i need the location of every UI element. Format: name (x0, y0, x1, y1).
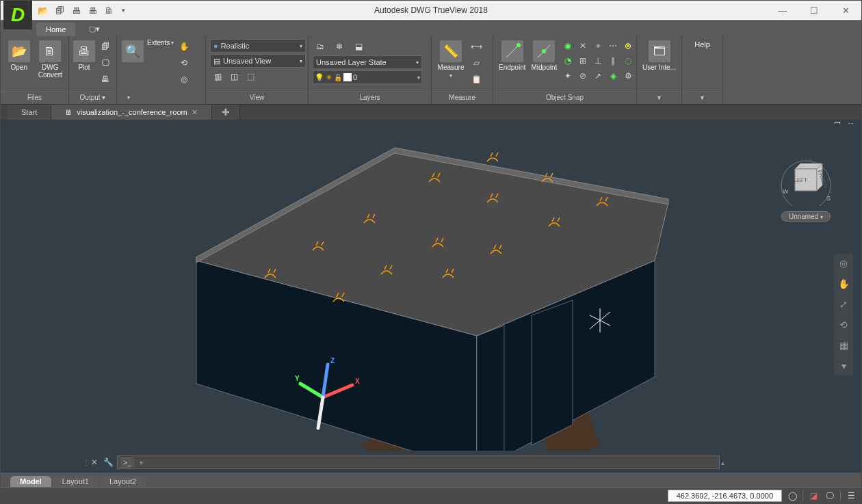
cmd-close-button[interactable]: ✕ (91, 457, 102, 467)
layer-properties-button[interactable]: 🗂 (313, 39, 328, 54)
area-button[interactable]: ▱ (469, 55, 484, 70)
midpoint-icon (533, 40, 555, 62)
layouttab-model[interactable]: Model (10, 476, 51, 487)
osnap-quadrant-button[interactable]: ◔ (561, 54, 575, 68)
panel-title-help[interactable]: ▾ (682, 92, 722, 104)
viewport-config-button[interactable]: ◫ (226, 69, 241, 84)
nav-orbit-button[interactable]: ⟲ (837, 318, 850, 332)
batch-plot-button[interactable]: 🗐 (98, 39, 113, 54)
osnap-perpendicular-button[interactable]: ⊥ (591, 54, 605, 68)
orbit-button[interactable]: ⟲ (177, 55, 192, 70)
sphere-icon: ● (213, 42, 218, 50)
svg-marker-8 (477, 326, 504, 451)
app-menu-button[interactable]: D (3, 1, 32, 29)
nav-zoom-button[interactable]: ⤢ (837, 297, 850, 311)
qat-plot-icon[interactable]: 🗐 (53, 3, 66, 17)
osnap-node-button[interactable]: ⊗ (621, 39, 635, 53)
pan-dropdown[interactable]: ▾ (121, 90, 136, 105)
qat-batch-plot-icon[interactable]: 🗎 (102, 3, 116, 17)
visual-style-dropdown[interactable]: ●Realistic ▾ (210, 39, 306, 53)
measure-button[interactable]: 📏 Measure ▾ (436, 39, 466, 81)
lock-icon: 🔓 (334, 74, 342, 81)
layer-state-dropdown[interactable]: Unsaved Layer State ▾ (313, 55, 422, 69)
cmd-customize-button[interactable]: 🔧 (103, 457, 116, 467)
filetab-start[interactable]: Start (8, 105, 51, 120)
svg-line-17 (323, 364, 328, 397)
pan-button[interactable]: ✋ (177, 39, 192, 54)
window-icon: 🗔 (649, 40, 670, 62)
qat-print-icon[interactable]: 🖶 (69, 3, 83, 17)
layouttab-layout1[interactable]: Layout1 (53, 476, 99, 487)
endpoint-button[interactable]: Endpoint (497, 39, 527, 72)
panel-title-view: View (206, 92, 308, 104)
osnap-tangent-button[interactable]: ◌ (621, 54, 635, 68)
nav-showmotion-button[interactable]: ▦ (837, 339, 850, 352)
qat-open-icon[interactable]: 📂 (36, 3, 50, 17)
osnap-parallel-button[interactable]: ∥ (606, 54, 620, 68)
status-model-button[interactable]: ◯ (786, 490, 798, 502)
svg-point-1 (517, 43, 521, 47)
ucs-icon: X Y Z (292, 356, 374, 438)
view-manager-button[interactable]: ▥ (210, 69, 225, 84)
plot-preview-button[interactable]: 🖵 (98, 55, 113, 70)
osnap-apparent-button[interactable]: ⌖ (591, 39, 605, 53)
filetab-active[interactable]: 🗎 visualization_-_conference_room ✕ (51, 105, 211, 120)
osnap-settings-button[interactable]: ⚙ (621, 69, 635, 83)
panel-output: 🖶 Plot 🗐 🖵 🖶 Output ▾ (69, 36, 117, 104)
navigation-bar: ◎ ✋ ⤢ ⟲ ▦ ▾ (834, 254, 853, 375)
layer-freeze-button[interactable]: ❄ (332, 39, 347, 54)
named-view-dropdown[interactable]: ▤Unsaved View ▾ (210, 54, 306, 68)
cmd-recent-icon[interactable]: ▴ (721, 459, 724, 466)
page-setup-button[interactable]: 🖶 (98, 72, 113, 87)
close-button[interactable]: ✕ (830, 1, 861, 20)
model-viewport[interactable]: X Y Z TOP LEFT FRONT W S Unnamed ▾ ◎ ✋ ⤢ (5, 124, 857, 451)
status-hardware-button[interactable]: 🖵 (824, 490, 836, 502)
dwg-convert-button[interactable]: 🗎 DWG Convert (36, 39, 65, 80)
list-button[interactable]: 📋 (469, 72, 484, 87)
viewcube[interactable]: TOP LEFT FRONT W S Unnamed ▾ (775, 151, 837, 226)
user-interface-button[interactable]: 🗔 User Inte... (641, 39, 677, 72)
help-button[interactable]: Help (694, 40, 710, 49)
current-layer-dropdown[interactable]: 💡 ☀ 🔓 0 ▾ (313, 70, 422, 84)
osnap-insert-button[interactable]: ⊞ (576, 54, 590, 68)
distance-button[interactable]: ⟷ (469, 39, 484, 54)
osnap-center-button[interactable]: ◉ (561, 39, 575, 53)
nav-pan-button[interactable]: ✋ (837, 277, 850, 291)
file-tabs: Start 🗎 visualization_-_conference_room … (1, 105, 861, 120)
layer-off-button[interactable]: ⬓ (351, 39, 366, 54)
extents-split-button[interactable]: Extents ▾ (147, 39, 174, 47)
osnap-extension-button[interactable]: ⋯ (606, 39, 620, 53)
app-logo-icon: D (11, 4, 25, 26)
osnap-nearest-button[interactable]: ✦ (561, 69, 575, 83)
command-input[interactable]: >_ ▾ (117, 455, 720, 469)
qat-customize-icon[interactable]: ▾ (118, 3, 128, 17)
osnap-none-button[interactable]: ⊘ (576, 69, 590, 83)
viewcube-label[interactable]: Unnamed ▾ (781, 211, 831, 222)
tab-home[interactable]: Home (36, 23, 75, 36)
nav-customize-button[interactable]: ▾ (837, 359, 850, 373)
status-customize-button[interactable]: ☰ (845, 490, 857, 502)
ribbon: 📂 Open 🗎 DWG Convert Files 🖶 Plot 🗐 🖵 🖶 … (1, 36, 861, 105)
plot-button[interactable]: 🖶 Plot (73, 39, 95, 72)
viewcube-icon[interactable]: TOP LEFT FRONT W S (779, 151, 833, 206)
nav-wheel-button[interactable]: ◎ (837, 256, 850, 270)
filetab-new-button[interactable]: ✚ (212, 105, 240, 120)
qat-print-preview-icon[interactable]: 🖶 (86, 3, 99, 17)
layouttab-layout2[interactable]: Layout2 (100, 476, 146, 487)
osnap-from-button[interactable]: ↗ (591, 69, 605, 83)
status-isolate-button[interactable]: ◪ (807, 490, 820, 502)
midpoint-button[interactable]: Midpoint (530, 39, 558, 72)
tab-addins[interactable]: ▢▾ (79, 22, 109, 36)
osnap-intersection-button[interactable]: ✕ (576, 39, 590, 53)
maximize-button[interactable]: ☐ (798, 1, 830, 20)
filetab-close-icon[interactable]: ✕ (192, 108, 198, 117)
osnap-geometric-button[interactable]: ◈ (606, 69, 620, 83)
cmd-grip-icon[interactable]: ⋮⋮ (83, 459, 90, 466)
zoom-extents-button[interactable]: 🔍 (121, 39, 144, 64)
minimize-button[interactable]: — (767, 1, 798, 20)
coordinates-display[interactable]: 462.3692, -216.4673, 0.0000 (668, 490, 782, 502)
panel-title-ui[interactable]: ▾ (637, 92, 681, 104)
viewport-button[interactable]: ⬚ (243, 69, 258, 84)
open-button[interactable]: 📂 Open (5, 39, 34, 72)
steering-wheel-button[interactable]: ◎ (177, 72, 192, 87)
